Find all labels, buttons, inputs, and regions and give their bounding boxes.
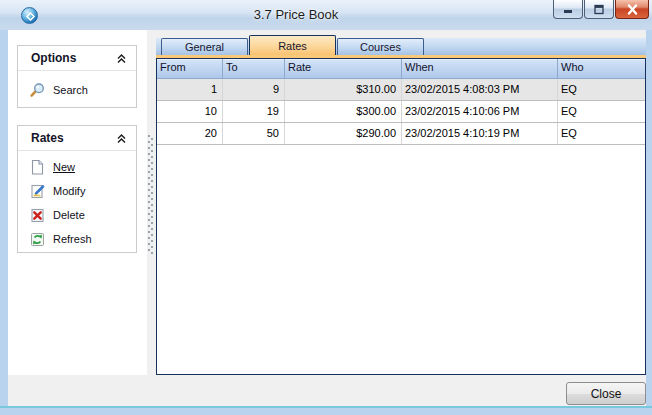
modify-icon — [29, 183, 46, 200]
table-row[interactable]: 10 19 $300.00 23/02/2015 4:10:06 PM EQ — [157, 101, 645, 123]
rates-panel: Rates New — [17, 125, 137, 253]
sidebar-item-search[interactable]: Search — [18, 75, 136, 105]
cell-rate: $290.00 — [285, 123, 402, 144]
search-icon — [29, 82, 46, 99]
collapse-chevron-icon[interactable] — [115, 52, 128, 65]
cell-to: 50 — [223, 123, 285, 144]
sidebar-item-new[interactable]: New — [18, 155, 136, 179]
price-book-window: 3.7 Price Book Options — [0, 0, 652, 415]
tab-general[interactable]: General — [161, 38, 248, 55]
refresh-icon — [29, 231, 46, 248]
splitter-grip[interactable] — [148, 135, 154, 255]
close-window-button[interactable] — [615, 0, 649, 19]
table-row[interactable]: 20 50 $290.00 23/02/2015 4:10:19 PM EQ — [157, 123, 645, 145]
cell-rate: $300.00 — [285, 101, 402, 122]
column-header-to[interactable]: To — [223, 59, 285, 79]
column-header-rate[interactable]: Rate — [285, 59, 402, 79]
options-panel-title: Options — [31, 51, 115, 65]
cell-from: 20 — [157, 123, 223, 144]
cell-who: EQ — [558, 123, 645, 144]
tabstrip: General Courses Rates — [156, 38, 646, 55]
cell-who: EQ — [558, 101, 645, 122]
options-panel: Options Search — [17, 45, 137, 108]
new-document-icon — [29, 159, 46, 176]
table-row[interactable]: 1 9 $310.00 23/02/2015 4:08:03 PM EQ — [157, 79, 645, 101]
close-button[interactable]: Close — [566, 382, 646, 405]
window-bottom-edge — [0, 406, 652, 408]
tab-rates[interactable]: Rates — [249, 35, 336, 55]
maximize-button[interactable] — [584, 0, 614, 19]
collapse-chevron-icon[interactable] — [115, 132, 128, 145]
options-panel-header: Options — [18, 46, 136, 71]
cell-rate: $310.00 — [285, 79, 402, 100]
cell-who: EQ — [558, 79, 645, 100]
search-label: Search — [53, 84, 88, 96]
window-title: 3.7 Price Book — [40, 0, 552, 30]
delete-icon — [29, 207, 46, 224]
cell-from: 10 — [157, 101, 223, 122]
sidebar-item-refresh[interactable]: Refresh — [18, 227, 136, 251]
refresh-label: Refresh — [53, 233, 92, 245]
dialog-content: Options Search Rates — [8, 30, 646, 407]
cell-when: 23/02/2015 4:08:03 PM — [402, 79, 558, 100]
app-icon — [21, 7, 38, 24]
delete-label: Delete — [53, 209, 85, 221]
column-header-from[interactable]: From — [157, 59, 223, 79]
maximize-icon — [593, 4, 605, 15]
rates-grid-panel: From To Rate When Who 1 9 $310.00 23/02/… — [156, 58, 646, 375]
tab-courses[interactable]: Courses — [337, 38, 424, 55]
cell-when: 23/02/2015 4:10:19 PM — [402, 123, 558, 144]
close-icon — [626, 4, 639, 15]
titlebar[interactable]: 3.7 Price Book — [0, 0, 652, 30]
modify-label: Modify — [53, 185, 85, 197]
sidebar-item-modify[interactable]: Modify — [18, 179, 136, 203]
cell-when: 23/02/2015 4:10:06 PM — [402, 101, 558, 122]
column-header-who[interactable]: Who — [558, 59, 645, 79]
minimize-button[interactable] — [553, 0, 583, 19]
grid-header-row: From To Rate When Who — [157, 59, 645, 79]
sidebar-item-delete[interactable]: Delete — [18, 203, 136, 227]
cell-to: 9 — [223, 79, 285, 100]
minimize-icon — [562, 4, 574, 14]
rates-panel-header: Rates — [18, 126, 136, 151]
cell-to: 19 — [223, 101, 285, 122]
new-label: New — [53, 161, 75, 173]
rates-panel-title: Rates — [31, 131, 115, 145]
cell-from: 1 — [157, 79, 223, 100]
column-header-when[interactable]: When — [402, 59, 558, 79]
